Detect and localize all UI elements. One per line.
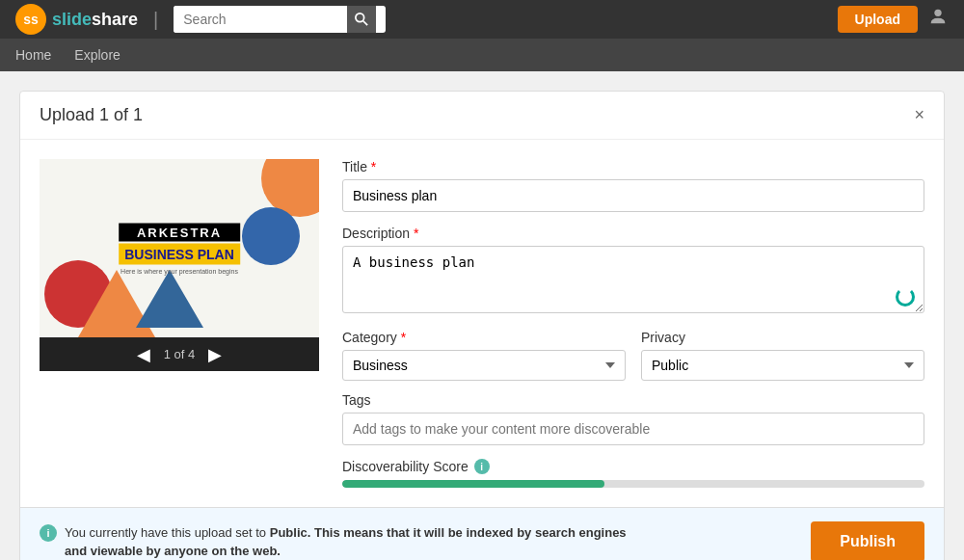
upload-card: Upload 1 of 1 × ARKESTRA xyxy=(19,91,945,560)
card-header: Upload 1 of 1 × xyxy=(20,92,944,140)
description-label: Description * xyxy=(342,226,924,241)
title-input[interactable] xyxy=(342,179,924,212)
category-select[interactable]: Business Education Technology Science xyxy=(342,350,626,381)
logo-area: ss slideshare xyxy=(15,4,138,35)
svg-text:ss: ss xyxy=(23,12,39,27)
search-container xyxy=(174,6,386,33)
cat-required: * xyxy=(397,330,406,345)
shape-blue-circle xyxy=(242,207,300,265)
slideshare-logo-icon: ss xyxy=(15,4,46,35)
description-textarea[interactable]: A business plan xyxy=(342,246,924,313)
user-icon xyxy=(927,6,949,27)
sub-nav: Home Explore xyxy=(0,39,964,71)
description-group: Description * A business plan xyxy=(342,226,924,316)
privacy-label: Privacy xyxy=(641,330,924,345)
main-content: Upload 1 of 1 × ARKESTRA xyxy=(0,71,964,560)
title-required: * xyxy=(367,159,376,174)
close-button[interactable]: × xyxy=(914,105,924,125)
home-link[interactable]: Home xyxy=(15,47,51,63)
textarea-wrapper: A business plan xyxy=(342,246,924,316)
user-icon-button[interactable] xyxy=(927,6,949,33)
footer-text: You currently have this upload set to Pu… xyxy=(65,523,637,561)
card-footer: i You currently have this upload set to … xyxy=(20,507,944,560)
slide-controls: ◀ 1 of 4 ▶ xyxy=(40,337,319,371)
privacy-select[interactable]: Public Private xyxy=(641,350,924,381)
tags-input[interactable] xyxy=(342,413,924,445)
title-group: Title * xyxy=(342,159,924,212)
category-label: Category * xyxy=(342,330,626,345)
publish-button[interactable]: Publish xyxy=(811,521,924,560)
slide-preview: ARKESTRA BUSINESS PLAN Here is where you… xyxy=(40,159,319,371)
preview-panel: ARKESTRA BUSINESS PLAN Here is where you… xyxy=(40,159,319,488)
card-title: Upload 1 of 1 xyxy=(40,105,143,125)
upload-button[interactable]: Upload xyxy=(838,6,918,33)
footer-info-icon: i xyxy=(40,524,57,542)
shape-blue-triangle xyxy=(136,270,203,328)
svg-point-4 xyxy=(934,10,941,16)
tags-label: Tags xyxy=(342,392,924,408)
discoverability-bar-fill xyxy=(342,480,604,488)
slide-text-area: ARKESTRA BUSINESS PLAN Here is where you… xyxy=(119,223,240,274)
logo-text: slideshare xyxy=(52,10,138,30)
loading-spinner xyxy=(896,287,915,307)
discoverability-bar-bg xyxy=(342,480,924,488)
slide-prev-button[interactable]: ◀ xyxy=(137,344,150,365)
category-col: Category * Business Education Technology… xyxy=(342,330,626,381)
search-button[interactable] xyxy=(347,6,376,33)
top-nav: ss slideshare | Upload xyxy=(0,0,964,39)
card-body: ARKESTRA BUSINESS PLAN Here is where you… xyxy=(20,140,944,507)
explore-link[interactable]: Explore xyxy=(74,47,120,63)
category-privacy-row: Category * Business Education Technology… xyxy=(342,330,924,381)
title-label: Title * xyxy=(342,159,924,174)
slide-brand-text: ARKESTRA xyxy=(119,223,240,241)
slide-content: ARKESTRA BUSINESS PLAN Here is where you… xyxy=(40,159,319,337)
search-input[interactable] xyxy=(174,6,347,33)
slide-next-button[interactable]: ▶ xyxy=(208,344,222,365)
tags-group: Tags xyxy=(342,392,924,445)
discoverability-label: Discoverability Score xyxy=(342,459,469,474)
disc-label-row: Discoverability Score i xyxy=(342,459,924,474)
nav-right: Upload xyxy=(838,6,949,33)
nav-divider: | xyxy=(153,9,158,31)
search-icon xyxy=(355,13,368,26)
svg-point-2 xyxy=(356,13,364,22)
privacy-col: Privacy Public Private xyxy=(641,330,924,381)
svg-line-3 xyxy=(363,21,367,25)
desc-required: * xyxy=(410,226,418,241)
form-panel: Title * Description * A business plan xyxy=(342,159,924,488)
slide-main-title: BUSINESS PLAN xyxy=(119,243,240,264)
slide-subtitle: Here is where your presentation begins xyxy=(119,267,240,274)
slide-counter: 1 of 4 xyxy=(164,347,196,361)
discoverability-section: Discoverability Score i xyxy=(342,459,924,488)
discoverability-info-icon[interactable]: i xyxy=(474,459,490,474)
footer-info: i You currently have this upload set to … xyxy=(40,523,637,561)
